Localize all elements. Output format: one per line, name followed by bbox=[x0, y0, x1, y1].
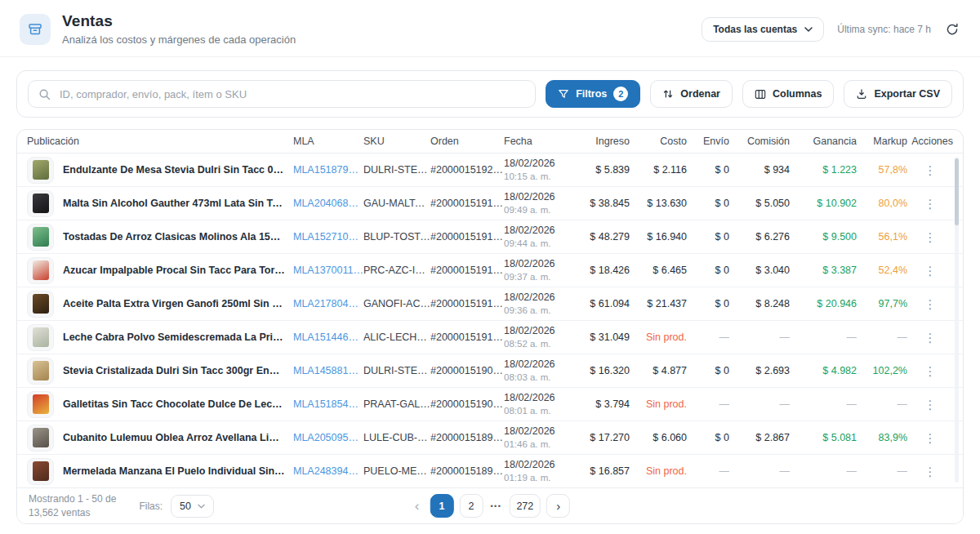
export-csv-button[interactable]: Exportar CSV bbox=[844, 80, 952, 108]
table-footer: Mostrando 1 - 50 de 13,562 ventas Filas:… bbox=[17, 487, 963, 523]
date-cell: 18/02/2026 09:37 a. m. bbox=[504, 258, 568, 283]
page-button-2[interactable]: 2 bbox=[459, 494, 483, 518]
sku-value: GANOFI-ACEI-… bbox=[363, 298, 430, 309]
mla-link[interactable]: MLA1514467515 bbox=[293, 332, 363, 343]
mla-link[interactable]: MLA2178043184 bbox=[293, 298, 363, 309]
mla-link[interactable]: MLA1527101790 bbox=[293, 231, 363, 243]
date-cell: 18/02/2026 09:49 a. m. bbox=[504, 191, 568, 216]
accounts-dropdown[interactable]: Todas las cuentas bbox=[702, 17, 824, 42]
order-number: #2000015189930… bbox=[430, 432, 504, 443]
product-thumbnail bbox=[27, 425, 54, 452]
publication-cell: Aceite Palta Extra Virgen Ganofi 250ml S… bbox=[27, 291, 293, 318]
row-actions-kebab-button[interactable]: ⋮ bbox=[918, 161, 943, 180]
sku-value: GAU-MALTA-4… bbox=[363, 198, 430, 209]
mla-link[interactable]: MLA1458816821 bbox=[293, 365, 363, 376]
table-row[interactable]: Leche Cabra Polvo Semidescremada La Prim… bbox=[17, 321, 963, 354]
mla-link[interactable]: MLA1518793559 bbox=[293, 164, 363, 176]
column-header-9: Ganancia bbox=[790, 136, 857, 147]
page-button-1[interactable]: 1 bbox=[430, 494, 453, 518]
table-row[interactable]: Cubanito Lulemuu Oblea Arroz Avellana Li… bbox=[17, 421, 963, 455]
last-sync-text: Última sync: hace 7 h bbox=[837, 24, 931, 35]
scrollbar-thumb[interactable] bbox=[955, 158, 959, 225]
time-value: 08:01 a. m. bbox=[504, 405, 568, 416]
row-actions-kebab-button[interactable]: ⋮ bbox=[918, 362, 943, 380]
rows-per-page-select[interactable]: 50 bbox=[171, 495, 214, 518]
table-row[interactable]: Mermelada Manzana El Puelo Individual Si… bbox=[17, 455, 963, 487]
vertical-scrollbar[interactable] bbox=[955, 157, 959, 483]
comision-value: $ 8.248 bbox=[729, 298, 790, 309]
sort-label: Ordenar bbox=[680, 88, 720, 100]
time-value: 10:15 a. m. bbox=[504, 171, 568, 182]
table-row[interactable]: Endulzante De Mesa Stevia Dulri Sin Tacc… bbox=[17, 154, 963, 187]
date-cell: 18/02/2026 08:52 a. m. bbox=[504, 325, 568, 350]
envio-value: $ 0 bbox=[687, 231, 729, 243]
showing-line1: Mostrando 1 - 50 de bbox=[29, 492, 116, 505]
chevron-left-icon: ‹ bbox=[415, 498, 420, 514]
actions-cell: ⋮ bbox=[907, 362, 953, 380]
publication-cell: Endulzante De Mesa Stevia Dulri Sin Tacc… bbox=[27, 157, 293, 184]
mla-link[interactable]: MLA2040685478 bbox=[293, 198, 363, 209]
order-number: #20000151917685… bbox=[430, 231, 504, 243]
ganancia-value: — bbox=[790, 398, 857, 410]
page-button-272[interactable]: 272 bbox=[509, 494, 541, 518]
columns-label: Columnas bbox=[773, 88, 822, 100]
columns-button[interactable]: Columnas bbox=[742, 80, 834, 108]
row-actions-kebab-button[interactable]: ⋮ bbox=[918, 295, 943, 314]
ingreso-value: $ 31.049 bbox=[568, 332, 630, 343]
product-title: Endulzante De Mesa Stevia Dulri Sin Tacc… bbox=[63, 164, 285, 176]
table-row[interactable]: Malta Sin Alcohol Gauther 473ml Lata Sin… bbox=[17, 187, 963, 220]
search-input[interactable] bbox=[58, 87, 525, 101]
column-header-11: Acciones bbox=[907, 136, 953, 147]
sku-value: PUELO-MERM… bbox=[363, 465, 430, 477]
row-actions-kebab-button[interactable]: ⋮ bbox=[918, 462, 943, 481]
table-row[interactable]: Aceite Palta Extra Virgen Ganofi 250ml S… bbox=[17, 287, 963, 321]
product-title: Malta Sin Alcohol Gauther 473ml Lata Sin… bbox=[63, 198, 285, 209]
sort-arrows-icon bbox=[662, 88, 674, 100]
comision-value: $ 2.693 bbox=[729, 365, 790, 376]
mla-link[interactable]: MLA2483943864 bbox=[293, 465, 363, 477]
download-icon bbox=[856, 88, 867, 100]
time-value: 09:49 a. m. bbox=[504, 204, 568, 216]
row-actions-kebab-button[interactable]: ⋮ bbox=[918, 228, 943, 247]
table-row[interactable]: Azucar Impalpable Procal Sin Tacc Para T… bbox=[17, 254, 963, 287]
sort-button[interactable]: Ordenar bbox=[650, 80, 733, 108]
row-actions-kebab-button[interactable]: ⋮ bbox=[918, 328, 943, 347]
costo-value: $ 13.630 bbox=[630, 198, 687, 209]
envio-value: — bbox=[687, 398, 729, 410]
time-value: 08:03 a. m. bbox=[504, 372, 568, 383]
filters-count-badge: 2 bbox=[613, 87, 628, 101]
table-row[interactable]: Galletitas Sin Tacc Chocolate Dulce De L… bbox=[17, 388, 963, 421]
costo-value: Sin prod. bbox=[630, 398, 687, 410]
comision-value: $ 5.050 bbox=[729, 198, 790, 209]
table-row[interactable]: Tostadas De Arroz Clasicas Molinos Ala 1… bbox=[17, 220, 963, 254]
column-header-2: SKU bbox=[363, 136, 430, 147]
row-actions-kebab-button[interactable]: ⋮ bbox=[918, 429, 943, 447]
mla-link[interactable]: MLA2050957754 bbox=[293, 432, 363, 443]
date-value: 18/02/2026 bbox=[504, 191, 568, 204]
product-thumbnail bbox=[27, 391, 54, 418]
mla-link[interactable]: MLA1518540153 bbox=[293, 398, 363, 410]
search-box[interactable] bbox=[28, 80, 536, 108]
row-actions-kebab-button[interactable]: ⋮ bbox=[918, 395, 943, 414]
column-header-6: Costo bbox=[630, 136, 687, 147]
next-page-button[interactable]: › bbox=[546, 494, 570, 518]
row-actions-kebab-button[interactable]: ⋮ bbox=[918, 194, 943, 213]
row-actions-kebab-button[interactable]: ⋮ bbox=[918, 261, 943, 280]
date-value: 18/02/2026 bbox=[504, 392, 568, 405]
mla-link[interactable]: MLA1370011629 bbox=[293, 265, 363, 276]
order-number: #2000015190906… bbox=[430, 365, 504, 376]
table-row[interactable]: Stevia Cristalizada Dulri Sin Tacc 300gr… bbox=[17, 354, 963, 388]
previous-page-button[interactable]: ‹ bbox=[410, 499, 425, 513]
comision-value: — bbox=[729, 465, 790, 477]
markup-value: 80,0% bbox=[857, 198, 907, 209]
publication-cell: Stevia Cristalizada Dulri Sin Tacc 300gr… bbox=[27, 358, 293, 385]
sku-value: ALIC-LECHP-C… bbox=[363, 332, 430, 343]
refresh-button[interactable] bbox=[944, 21, 960, 38]
filters-button[interactable]: Filtros 2 bbox=[546, 80, 640, 108]
product-title: Tostadas De Arroz Clasicas Molinos Ala 1… bbox=[63, 231, 285, 243]
order-number: #2000015190885… bbox=[430, 398, 504, 410]
product-thumbnail bbox=[27, 224, 54, 251]
product-thumbnail bbox=[27, 257, 54, 284]
date-value: 18/02/2026 bbox=[504, 425, 568, 438]
pagination: ‹ 12•••272 › bbox=[410, 494, 570, 518]
